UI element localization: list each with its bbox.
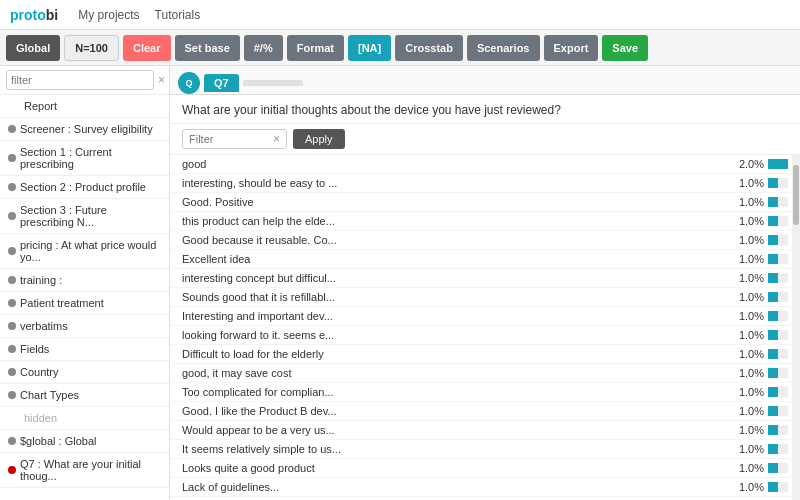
response-row: looking forward to it. seems e...1.0% xyxy=(170,326,800,345)
sidebar-filter-input[interactable] xyxy=(6,70,154,90)
response-text: good xyxy=(182,158,718,170)
sidebar-filter-bar: × ▽ △ xyxy=(0,66,169,95)
sidebar-item-7[interactable]: Patient treatment xyxy=(0,292,169,315)
content-panel: Q Q7 What are your initial thoughts abou… xyxy=(170,66,800,500)
response-row: Difficult to load for the elderly1.0% xyxy=(170,345,800,364)
response-bar-wrap xyxy=(768,444,788,454)
response-filter-input[interactable] xyxy=(189,133,269,145)
sidebar-item-3[interactable]: Section 2 : Product profile xyxy=(0,176,169,199)
response-bar-wrap xyxy=(768,463,788,473)
sidebar-item-13[interactable]: $global : Global xyxy=(0,430,169,453)
setbase-button[interactable]: Set base xyxy=(175,35,240,61)
response-bar-wrap xyxy=(768,425,788,435)
sidebar-item-8[interactable]: verbatims xyxy=(0,315,169,338)
response-filter-wrap: × xyxy=(182,129,287,149)
sidebar-dot xyxy=(8,276,16,284)
sidebar-item-label: hidden xyxy=(24,412,57,424)
response-table: good2.0%interesting, should be easy to .… xyxy=(170,155,800,500)
response-pct: 1.0% xyxy=(718,443,768,455)
response-filter-clear[interactable]: × xyxy=(273,132,280,146)
scrollbar[interactable] xyxy=(792,155,800,500)
logo[interactable]: protobi xyxy=(10,7,58,23)
sidebar-item-1[interactable]: Screener : Survey eligibility xyxy=(0,118,169,141)
sidebar-filter-clear[interactable]: × xyxy=(158,73,165,87)
response-row: It seems relatively simple to us...1.0% xyxy=(170,440,800,459)
response-bar-wrap xyxy=(768,197,788,207)
response-text: interesting concept but difficul... xyxy=(182,272,718,284)
response-text: Difficult to load for the elderly xyxy=(182,348,718,360)
response-bar xyxy=(768,463,778,473)
response-row: Sounds good that it is refillabl...1.0% xyxy=(170,288,800,307)
sidebar-item-10[interactable]: Country xyxy=(0,361,169,384)
response-row: Too complicated for complian...1.0% xyxy=(170,383,800,402)
sidebar-item-4[interactable]: Section 3 : Future prescribing N... xyxy=(0,199,169,234)
sidebar-item-12[interactable]: hidden xyxy=(0,407,169,430)
response-bar xyxy=(768,216,778,226)
response-pct: 1.0% xyxy=(718,386,768,398)
sidebar-dot xyxy=(8,183,16,191)
sidebar-dot xyxy=(8,247,16,255)
response-pct: 1.0% xyxy=(718,196,768,208)
response-text: good, it may save cost xyxy=(182,367,718,379)
apply-button[interactable]: Apply xyxy=(293,129,345,149)
nav-tutorials[interactable]: Tutorials xyxy=(155,8,201,22)
sidebar-item-11[interactable]: Chart Types xyxy=(0,384,169,407)
response-bar xyxy=(768,197,778,207)
response-row: Good. I like the Product B dev...1.0% xyxy=(170,402,800,421)
n100-button[interactable]: N=100 xyxy=(64,35,119,61)
hash-button[interactable]: #/% xyxy=(244,35,283,61)
sidebar-item-2[interactable]: Section 1 : Current prescribing xyxy=(0,141,169,176)
clear-button[interactable]: Clear xyxy=(123,35,171,61)
response-text: Too complicated for complian... xyxy=(182,386,718,398)
nav-my-projects[interactable]: My projects xyxy=(78,8,139,22)
sidebar-item-label: Section 1 : Current prescribing xyxy=(20,146,161,170)
response-row: Interesting and important dev...1.0% xyxy=(170,307,800,326)
response-bar-wrap xyxy=(768,368,788,378)
sidebar-item-label: $global : Global xyxy=(20,435,96,447)
sidebar-dot xyxy=(8,299,16,307)
sidebar-item-0[interactable]: Report xyxy=(0,95,169,118)
global-button[interactable]: Global xyxy=(6,35,60,61)
sidebar: × ▽ △ ReportScreener : Survey eligibilit… xyxy=(0,66,170,500)
scroll-thumb[interactable] xyxy=(793,165,799,225)
response-bar-wrap xyxy=(768,330,788,340)
response-row: Looks quite a good product1.0% xyxy=(170,459,800,478)
save-button[interactable]: Save xyxy=(602,35,648,61)
response-row: Good. Positive1.0% xyxy=(170,193,800,212)
response-bar xyxy=(768,159,788,169)
q-avatar: Q xyxy=(178,72,200,94)
response-bar xyxy=(768,235,778,245)
sidebar-dot xyxy=(8,125,16,133)
response-text: It seems relatively simple to us... xyxy=(182,443,718,455)
sidebar-dot xyxy=(8,345,16,353)
response-filter-bar: × Apply xyxy=(170,124,800,155)
sidebar-item-9[interactable]: Fields xyxy=(0,338,169,361)
sidebar-item-14[interactable]: Q7 : What are your initial thoug... xyxy=(0,453,169,488)
response-row: Excellent idea1.0% xyxy=(170,250,800,269)
response-pct: 1.0% xyxy=(718,424,768,436)
response-text: this product can help the elde... xyxy=(182,215,718,227)
export-button[interactable]: Export xyxy=(544,35,599,61)
response-row: Would appear to be a very us...1.0% xyxy=(170,421,800,440)
response-bar-wrap xyxy=(768,254,788,264)
response-bar xyxy=(768,311,778,321)
response-row: this product can help the elde...1.0% xyxy=(170,212,800,231)
scenarios-button[interactable]: Scenarios xyxy=(467,35,540,61)
response-text: Lack of guidelines... xyxy=(182,481,718,493)
empty-tab[interactable] xyxy=(243,80,303,86)
response-text: looking forward to it. seems e... xyxy=(182,329,718,341)
sidebar-item-label: training : xyxy=(20,274,62,286)
response-pct: 1.0% xyxy=(718,405,768,417)
sidebar-item-label: verbatims xyxy=(20,320,68,332)
q7-tab[interactable]: Q7 xyxy=(204,74,239,92)
crosstab-button[interactable]: Crosstab xyxy=(395,35,463,61)
response-bar-wrap xyxy=(768,482,788,492)
response-bar xyxy=(768,425,778,435)
response-pct: 1.0% xyxy=(718,234,768,246)
na-button[interactable]: [NA] xyxy=(348,35,391,61)
sidebar-item-6[interactable]: training : xyxy=(0,269,169,292)
format-button[interactable]: Format xyxy=(287,35,344,61)
sidebar-item-5[interactable]: pricing : At what price would yo... xyxy=(0,234,169,269)
sidebar-item-label: Chart Types xyxy=(20,389,79,401)
response-pct: 1.0% xyxy=(718,481,768,493)
